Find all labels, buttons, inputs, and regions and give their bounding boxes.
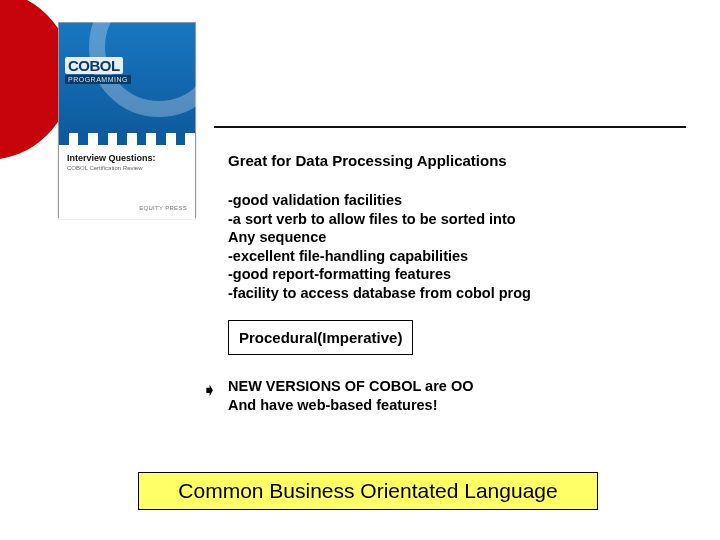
- book-cover: COBOL PROGRAMMING Interview Questions: C…: [58, 22, 196, 218]
- bullet-item: -excellent file-handling capabilities: [228, 247, 688, 266]
- content-body: Great for Data Processing Applications -…: [228, 152, 688, 415]
- bullet-item: -good report-formatting features: [228, 265, 688, 284]
- bullet-list: -good validation facilities -a sort verb…: [228, 191, 688, 302]
- slide: COBOL PROGRAMMING Interview Questions: C…: [0, 0, 720, 540]
- cover-dots: [59, 133, 195, 145]
- new-versions-line1: NEW VERSIONS OF COBOL are OO: [228, 377, 688, 396]
- footer-title-box: Common Business Orientated Language: [138, 472, 598, 510]
- bullet-item: -a sort verb to allow files to be sorted…: [228, 210, 688, 229]
- footer-title: Common Business Orientated Language: [178, 479, 557, 502]
- content-heading: Great for Data Processing Applications: [228, 152, 688, 169]
- bullet-item: -good validation facilities: [228, 191, 688, 210]
- bullet-item: -facility to access database from cobol …: [228, 284, 688, 303]
- bullet-item: Any sequence: [228, 228, 688, 247]
- cover-logo: COBOL: [65, 57, 123, 74]
- new-versions-line2: And have web-based features!: [228, 396, 688, 415]
- cover-logo-text: COBOL: [65, 57, 123, 74]
- cover-interview-label: Interview Questions:: [67, 153, 156, 163]
- arrow-right-icon: ➧: [202, 379, 217, 401]
- cover-logo-sub: PROGRAMMING: [65, 75, 131, 84]
- cover-interview-sub: COBOL Certification Review: [67, 165, 142, 171]
- horizontal-rule: [214, 126, 686, 128]
- cover-press: EQUITY PRESS: [139, 205, 187, 211]
- cover-bottom: Interview Questions: COBOL Certification…: [59, 139, 195, 219]
- new-versions-block: ➧ NEW VERSIONS OF COBOL are OO And have …: [228, 377, 688, 415]
- procedural-box: Procedural(Imperative): [228, 320, 413, 355]
- cover-top: COBOL PROGRAMMING: [59, 23, 195, 139]
